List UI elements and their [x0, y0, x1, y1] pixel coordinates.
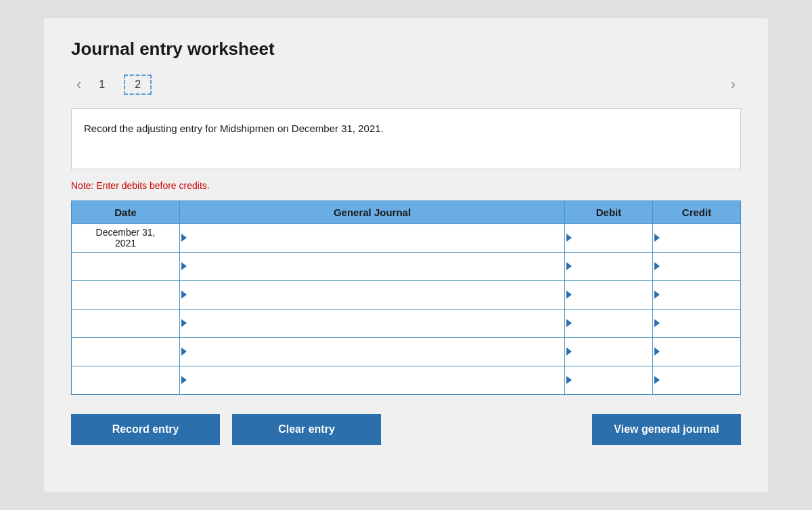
journal-cell-6[interactable]: [180, 366, 565, 394]
prev-arrow[interactable]: ‹: [71, 73, 87, 96]
clear-entry-button[interactable]: Clear entry: [232, 414, 381, 445]
header-credit: Credit: [653, 200, 741, 224]
view-general-journal-button[interactable]: View general journal: [592, 414, 741, 445]
record-entry-button[interactable]: Record entry: [71, 414, 220, 445]
table-row: [72, 252, 741, 280]
credit-cell-4[interactable]: [653, 309, 741, 337]
credit-arrow-icon-2: [654, 262, 660, 270]
debit-cell-3[interactable]: [565, 280, 653, 309]
date-cell-6: [72, 366, 180, 394]
table-row: [72, 280, 741, 309]
date-cell-2: [72, 252, 180, 280]
debit-arrow-icon-3: [566, 291, 572, 299]
credit-arrow-icon-1: [654, 234, 660, 242]
page-title: Journal entry worksheet: [71, 39, 741, 60]
date-cell-1: December 31, 2021: [72, 224, 180, 252]
debit-input-6[interactable]: [570, 375, 647, 385]
header-journal: General Journal: [180, 200, 565, 224]
arrow-icon-1: [181, 234, 187, 242]
header-debit: Debit: [565, 200, 653, 224]
arrow-icon-6: [181, 376, 187, 384]
date-cell-5: [72, 337, 180, 366]
debit-input-4[interactable]: [570, 318, 647, 328]
instruction-text: Record the adjusting entry for Midshipme…: [84, 123, 384, 134]
table-row: [72, 366, 741, 394]
credit-input-2[interactable]: [658, 261, 735, 272]
page-number-2[interactable]: 2: [124, 75, 152, 95]
debit-arrow-icon-6: [566, 376, 572, 384]
credit-arrow-icon-6: [654, 376, 660, 384]
debit-arrow-icon-1: [566, 234, 572, 242]
debit-input-2[interactable]: [570, 261, 647, 272]
journal-cell-5[interactable]: [180, 337, 565, 366]
table-row: December 31, 2021: [72, 224, 741, 252]
credit-input-6[interactable]: [658, 375, 735, 385]
note-text: Note: Enter debits before credits.: [71, 180, 741, 191]
journal-cell-4[interactable]: [180, 309, 565, 337]
credit-arrow-icon-5: [654, 347, 660, 356]
journal-cell-3[interactable]: [180, 280, 565, 309]
navigation: ‹ 1 2 ›: [71, 73, 741, 96]
journal-table: Date General Journal Debit Credit Decemb…: [71, 200, 741, 395]
debit-input-3[interactable]: [570, 289, 647, 300]
journal-input-5[interactable]: [185, 346, 559, 357]
journal-cell-2[interactable]: [180, 252, 565, 280]
debit-arrow-icon-5: [566, 347, 572, 356]
debit-cell-6[interactable]: [565, 366, 653, 394]
debit-cell-1[interactable]: [565, 224, 653, 252]
credit-arrow-icon-3: [654, 291, 660, 299]
date-cell-3: [72, 280, 180, 309]
debit-input-1[interactable]: [570, 232, 647, 243]
date-cell-4: [72, 309, 180, 337]
credit-arrow-icon-4: [654, 319, 660, 327]
arrow-icon-5: [181, 347, 187, 356]
arrow-icon-4: [181, 319, 187, 327]
journal-input-6[interactable]: [185, 375, 559, 385]
credit-input-4[interactable]: [658, 318, 735, 328]
journal-input-2[interactable]: [185, 261, 559, 272]
arrow-icon-3: [181, 291, 187, 299]
header-date: Date: [72, 200, 180, 224]
debit-input-5[interactable]: [570, 346, 647, 357]
journal-cell-1[interactable]: [180, 224, 565, 252]
debit-arrow-icon-4: [566, 319, 572, 327]
arrow-icon-2: [181, 262, 187, 270]
credit-input-1[interactable]: [658, 232, 735, 243]
credit-cell-1[interactable]: [653, 224, 741, 252]
debit-arrow-icon-2: [566, 262, 572, 270]
page-number-1[interactable]: 1: [93, 76, 110, 93]
debit-cell-4[interactable]: [565, 309, 653, 337]
table-row: [72, 337, 741, 366]
journal-input-4[interactable]: [185, 318, 559, 328]
debit-cell-2[interactable]: [565, 252, 653, 280]
table-row: [72, 309, 741, 337]
worksheet-container: Journal entry worksheet ‹ 1 2 › Record t…: [44, 18, 768, 492]
journal-input-1[interactable]: [185, 232, 559, 243]
buttons-row: Record entry Clear entry View general jo…: [71, 414, 741, 445]
credit-cell-2[interactable]: [653, 252, 741, 280]
credit-cell-6[interactable]: [653, 366, 741, 394]
credit-input-3[interactable]: [658, 289, 735, 300]
credit-input-5[interactable]: [658, 346, 735, 357]
credit-cell-3[interactable]: [653, 280, 741, 309]
instruction-box: Record the adjusting entry for Midshipme…: [71, 108, 741, 169]
journal-input-3[interactable]: [185, 289, 559, 300]
debit-cell-5[interactable]: [565, 337, 653, 366]
next-arrow[interactable]: ›: [725, 73, 741, 96]
credit-cell-5[interactable]: [653, 337, 741, 366]
